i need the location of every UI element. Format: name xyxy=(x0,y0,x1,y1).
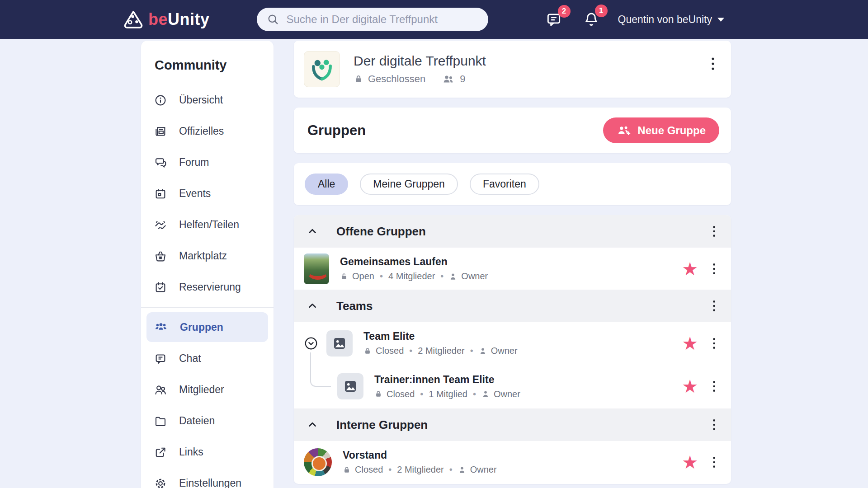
messages-button[interactable]: 2 xyxy=(545,11,563,28)
group-row-gemeinsames-laufen[interactable]: Gemeinsames Laufen Open • 4 Mitglieder • xyxy=(294,248,731,290)
collapse-section-button[interactable] xyxy=(307,300,318,312)
group-filters-card: Alle Meine Gruppen Favoriten xyxy=(294,163,731,205)
lock-icon xyxy=(374,389,382,399)
group-thumbnail xyxy=(304,253,329,284)
sidebar-item-offizielles[interactable]: Offizielles xyxy=(154,116,261,147)
sidebar-item-uebersicht[interactable]: Übersicht xyxy=(154,84,261,116)
kebab-icon xyxy=(712,263,716,275)
group-members: 4 Mitglieder xyxy=(388,271,435,282)
people-icon xyxy=(442,74,455,84)
favorite-star-button[interactable]: ★ xyxy=(682,334,698,352)
navbar-actions: 2 1 Quentin von beUnity xyxy=(525,10,724,28)
sidebar-item-helfen-teilen[interactable]: Helfen/Teilen xyxy=(154,209,261,240)
section-menu-button[interactable] xyxy=(710,297,718,315)
kebab-icon xyxy=(711,56,715,71)
section-menu-button[interactable] xyxy=(710,416,718,434)
sidebar-item-einstellungen[interactable]: Einstellungen xyxy=(154,468,261,488)
user-menu[interactable]: Quentin von beUnity xyxy=(618,14,724,26)
group-menu-button[interactable] xyxy=(710,453,718,471)
group-privacy: Open xyxy=(352,271,374,282)
user-name: Quentin von beUnity xyxy=(618,14,712,26)
group-privacy: Closed xyxy=(355,465,383,475)
section-header-interne-gruppen: Interne Gruppen xyxy=(294,408,731,441)
group-thumbnail-placeholder xyxy=(337,373,363,399)
section-header-offene-gruppen: Offene Gruppen xyxy=(294,215,731,248)
search-icon xyxy=(267,13,279,26)
tree-connector xyxy=(310,352,331,387)
group-role: Owner xyxy=(491,346,518,356)
calendar-icon xyxy=(154,187,167,201)
group-add-icon xyxy=(617,124,631,137)
favorite-star-button[interactable]: ★ xyxy=(682,260,698,278)
groups-header-card: Gruppen Neue Gruppe xyxy=(294,108,731,153)
groups-icon xyxy=(154,320,168,334)
sidebar-item-dateien[interactable]: Dateien xyxy=(154,405,261,436)
group-menu-button[interactable] xyxy=(710,334,718,352)
filter-all[interactable]: Alle xyxy=(305,174,348,195)
sidebar-divider xyxy=(141,307,274,308)
community-privacy: Geschlossen xyxy=(368,73,425,85)
sidebar-item-marktplatz[interactable]: Marktplatz xyxy=(154,240,261,272)
group-row-team-elite[interactable]: Team Elite Closed • 2 Mitglieder • xyxy=(294,322,731,364)
search-input[interactable] xyxy=(287,13,478,26)
expand-subgroups-button[interactable] xyxy=(304,336,318,351)
collapse-section-button[interactable] xyxy=(307,419,318,431)
group-privacy: Closed xyxy=(376,346,404,356)
chevron-up-icon xyxy=(307,225,318,237)
sidebar-item-gruppen[interactable]: Gruppen xyxy=(146,312,268,342)
notifications-button[interactable]: 1 xyxy=(583,10,600,28)
kebab-icon xyxy=(712,225,716,238)
kebab-icon xyxy=(712,300,716,312)
sidebar-title: Community xyxy=(155,58,261,73)
filter-my-groups[interactable]: Meine Gruppen xyxy=(360,174,458,195)
lock-icon xyxy=(354,74,363,84)
folder-icon xyxy=(154,414,167,428)
group-row-trainerinnen-team-elite[interactable]: Trainer:innen Team Elite Closed • 1 Mitg… xyxy=(294,364,731,408)
sidebar-item-events[interactable]: Events xyxy=(154,178,261,209)
collapse-section-button[interactable] xyxy=(307,225,318,237)
group-name: Gemeinsames Laufen xyxy=(340,256,677,268)
sidebar-item-chat[interactable]: Chat xyxy=(154,343,261,374)
new-group-button[interactable]: Neue Gruppe xyxy=(603,117,719,143)
favorite-star-button[interactable]: ★ xyxy=(682,377,698,395)
community-member-count: 9 xyxy=(460,73,465,85)
chevron-up-icon xyxy=(307,300,318,312)
gear-icon xyxy=(154,477,167,488)
sidebar-item-forum[interactable]: Forum xyxy=(154,147,261,178)
favorite-star-button[interactable]: ★ xyxy=(682,453,698,471)
main-content: Der digitale Treffpunkt Geschlossen xyxy=(294,41,731,488)
group-privacy: Closed xyxy=(387,389,415,399)
person-icon xyxy=(458,465,466,474)
lock-icon xyxy=(343,465,351,474)
sidebar-item-mitglieder[interactable]: Mitglieder xyxy=(154,374,261,405)
unlock-icon xyxy=(340,272,348,281)
top-navbar: beUnity 2 1 Quentin von xyxy=(0,0,868,39)
info-icon xyxy=(154,94,167,107)
kebab-icon xyxy=(712,380,716,393)
group-menu-button[interactable] xyxy=(710,377,718,395)
beunity-logo-text: beUnity xyxy=(148,10,210,29)
section-menu-button[interactable] xyxy=(710,222,718,240)
chevron-up-icon xyxy=(307,419,318,431)
beunity-logo-icon xyxy=(123,10,144,29)
sidebar-item-reservierung[interactable]: Reservierung xyxy=(154,272,261,303)
section-title: Teams xyxy=(336,299,373,313)
external-link-icon xyxy=(154,446,167,459)
kebab-icon xyxy=(712,337,716,350)
image-placeholder-icon xyxy=(332,336,347,351)
calendar-check-icon xyxy=(154,281,167,294)
newspaper-icon xyxy=(154,125,167,138)
image-placeholder-icon xyxy=(343,379,358,394)
community-sidebar: Community Übersicht Offizielles xyxy=(141,41,274,488)
beunity-logo[interactable]: beUnity xyxy=(123,10,210,29)
filter-favorites[interactable]: Favoriten xyxy=(470,174,539,195)
handshake-icon xyxy=(154,218,167,232)
chevron-down-icon xyxy=(717,18,724,22)
community-avatar xyxy=(304,51,340,87)
section-title: Offene Gruppen xyxy=(336,225,426,239)
sidebar-item-links[interactable]: Links xyxy=(154,436,261,468)
community-menu-button[interactable] xyxy=(708,54,717,74)
group-row-vorstand[interactable]: Vorstand Closed • 2 Mitglieder • xyxy=(294,441,731,483)
basket-icon xyxy=(154,249,167,263)
group-menu-button[interactable] xyxy=(710,260,718,278)
